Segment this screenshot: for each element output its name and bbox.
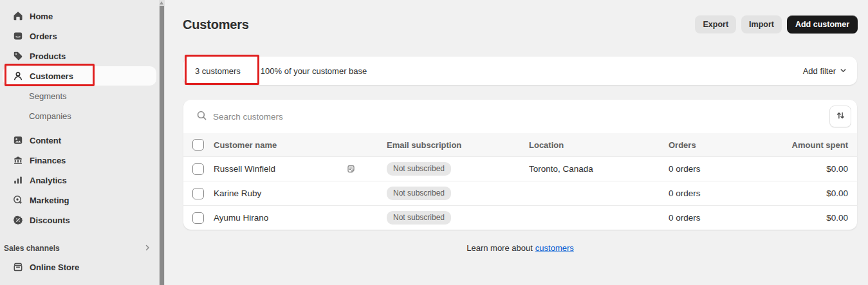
email-subscription-cell: Not subscribed xyxy=(387,211,529,225)
scrollbar-thumb[interactable] xyxy=(160,6,164,285)
sidebar-item-customers[interactable]: Customers xyxy=(3,66,156,86)
column-header-email-subscription: Email subscription xyxy=(387,140,529,150)
orders-cell: 0 orders xyxy=(669,213,771,223)
sidebar-item-label: Companies xyxy=(29,111,71,121)
import-button[interactable]: Import xyxy=(741,15,782,33)
sidebar-item-orders[interactable]: Orders xyxy=(3,26,156,46)
select-all-checkbox[interactable] xyxy=(192,139,204,151)
row-checkbox[interactable] xyxy=(192,163,204,175)
page-title: Customers xyxy=(183,17,249,32)
sidebar-item-segments[interactable]: Segments xyxy=(3,86,156,106)
customer-count-tab[interactable]: 3 customers xyxy=(195,66,241,76)
customers-icon xyxy=(13,71,23,81)
sidebar-item-products[interactable]: Products xyxy=(3,46,156,66)
subscription-badge: Not subscribed xyxy=(387,187,451,200)
sidebar-item-companies[interactable]: Companies xyxy=(3,106,156,125)
add-customer-button[interactable]: Add customer xyxy=(787,15,858,33)
search-row xyxy=(183,100,857,133)
scroll-up-icon[interactable] xyxy=(160,1,163,5)
sidebar-item-label: Marketing xyxy=(30,196,69,205)
column-header-orders: Orders xyxy=(669,140,771,150)
customer-name: Ayumu Hirano xyxy=(214,213,387,223)
column-header-location: Location xyxy=(529,140,669,150)
chevron-down-icon xyxy=(840,66,847,76)
orders-cell: 0 orders xyxy=(669,164,771,174)
customer-name: Russell Winfield xyxy=(214,164,387,174)
sidebar-item-content[interactable]: Content xyxy=(3,131,156,150)
customers-admin-page: Home Orders Products Customers Segments … xyxy=(0,0,868,285)
marketing-icon xyxy=(13,195,23,205)
customer-base-summary: 100% of your customer base xyxy=(261,66,783,76)
learn-more-footer: Learn more about customers xyxy=(183,243,857,253)
sidebar-item-label: Discounts xyxy=(30,216,70,225)
sidebar-item-label: Content xyxy=(30,136,61,145)
subscription-badge: Not subscribed xyxy=(387,162,451,176)
sidebar-item-label: Orders xyxy=(30,32,57,41)
finances-icon xyxy=(13,155,23,165)
column-header-amount-spent: Amount spent xyxy=(771,140,848,150)
sidebar-item-home[interactable]: Home xyxy=(3,6,156,26)
analytics-icon xyxy=(13,175,23,185)
home-icon xyxy=(13,11,23,21)
customers-table-card: Customer name Email subscription Locatio… xyxy=(183,100,857,230)
email-subscription-cell: Not subscribed xyxy=(387,187,529,200)
sidebar: Home Orders Products Customers Segments … xyxy=(0,0,159,285)
online-store-icon xyxy=(13,262,23,272)
table-row[interactable]: Ayumu Hirano Not subscribed 0 orders $0.… xyxy=(183,205,857,230)
table-row[interactable]: Russell Winfield Not subscribed Toronto,… xyxy=(183,156,857,181)
orders-icon xyxy=(13,31,23,41)
amount-spent-cell: $0.00 xyxy=(771,188,848,198)
location-cell: Toronto, Canada xyxy=(529,164,669,174)
row-checkbox[interactable] xyxy=(192,212,204,224)
header-actions: Export Import Add customer xyxy=(695,15,858,33)
add-filter-label: Add filter xyxy=(803,66,836,76)
subscription-badge: Not subscribed xyxy=(387,211,451,225)
row-checkbox[interactable] xyxy=(192,188,204,199)
sales-channels-label: Sales channels xyxy=(4,244,60,253)
sort-arrows-icon xyxy=(836,111,845,122)
vertical-scrollbar[interactable] xyxy=(159,0,165,285)
sidebar-item-label: Finances xyxy=(30,156,66,165)
learn-more-text: Learn more about xyxy=(466,243,533,253)
orders-cell: 0 orders xyxy=(669,188,771,198)
sort-button[interactable] xyxy=(829,106,851,127)
main-content: Customers Export Import Add customer 3 c… xyxy=(165,0,868,285)
sidebar-item-label: Segments xyxy=(29,91,67,101)
search-input[interactable] xyxy=(213,112,824,122)
export-button[interactable]: Export xyxy=(695,15,736,33)
sidebar-item-label: Analytics xyxy=(30,176,67,185)
sidebar-item-online-store[interactable]: Online Store xyxy=(3,257,156,277)
customer-name: Karine Ruby xyxy=(214,188,387,198)
chevron-right-icon xyxy=(143,244,151,253)
amount-spent-cell: $0.00 xyxy=(771,213,848,223)
content-icon xyxy=(13,135,23,145)
sidebar-item-label: Customers xyxy=(30,71,73,81)
sidebar-item-analytics[interactable]: Analytics xyxy=(3,170,156,190)
filter-bar: 3 customers 100% of your customer base A… xyxy=(183,57,857,85)
table-row[interactable]: Karine Ruby Not subscribed 0 orders $0.0… xyxy=(183,181,857,205)
column-header-customer-name: Customer name xyxy=(214,140,387,150)
sidebar-section-gap xyxy=(0,126,159,131)
sidebar-item-discounts[interactable]: Discounts xyxy=(3,210,156,230)
sidebar-item-finances[interactable]: Finances xyxy=(3,151,156,170)
sidebar-item-label: Home xyxy=(30,12,53,21)
sidebar-item-label: Online Store xyxy=(30,262,79,272)
sidebar-item-label: Products xyxy=(30,51,66,61)
note-icon xyxy=(346,164,356,174)
search-icon xyxy=(196,110,207,124)
sales-channels-header[interactable]: Sales channels xyxy=(0,239,159,257)
products-icon xyxy=(13,51,23,61)
amount-spent-cell: $0.00 xyxy=(771,164,848,174)
page-header: Customers Export Import Add customer xyxy=(165,0,868,33)
table-header-row: Customer name Email subscription Locatio… xyxy=(183,133,857,156)
sidebar-item-marketing[interactable]: Marketing xyxy=(3,190,156,210)
discounts-icon xyxy=(13,215,23,225)
customers-help-link[interactable]: customers xyxy=(535,243,574,253)
add-filter-button[interactable]: Add filter xyxy=(803,66,847,76)
email-subscription-cell: Not subscribed xyxy=(387,162,529,176)
